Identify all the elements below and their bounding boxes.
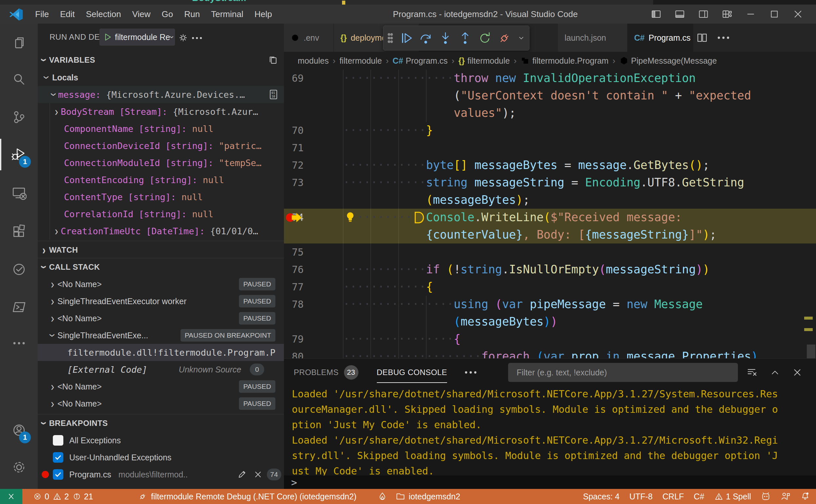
restart-button[interactable] xyxy=(478,31,492,45)
variable-row[interactable]: ›CreationTimeUtc [DateTime]: {01/01/0… xyxy=(38,222,284,240)
toggle-panel-button[interactable] xyxy=(670,5,690,24)
close-panel-icon[interactable] xyxy=(792,367,803,378)
variable-row[interactable]: CorrelationId [string]: null xyxy=(38,205,284,222)
menu-file[interactable]: File xyxy=(30,5,54,24)
more-actions-icon[interactable] xyxy=(717,35,730,40)
breakpoint-row[interactable]: All Exceptions xyxy=(38,432,284,449)
toggle-sidebar-button[interactable] xyxy=(646,5,666,24)
breadcrumb-item[interactable]: {}filtermodule xyxy=(459,56,510,66)
continue-button[interactable] xyxy=(399,31,413,45)
more-actions-icon[interactable] xyxy=(464,370,477,375)
callstack-frame[interactable]: ›SingleThreadEventExecutor workerPAUSED xyxy=(38,293,284,310)
callstack-frame[interactable]: filtermodule.dll!filtermodule.Program.P xyxy=(38,344,284,361)
debug-session-status[interactable]: filtermodule Remote Debug (.NET Core) (i… xyxy=(138,489,356,504)
notifications-bell-icon[interactable] xyxy=(800,492,810,501)
maximize-button[interactable] xyxy=(764,5,785,24)
menu-run[interactable]: Run xyxy=(178,5,205,24)
menu-edit[interactable]: Edit xyxy=(54,5,80,24)
tab-program-cs[interactable]: C#Program.cs✕ xyxy=(628,24,693,52)
tab-launch-json[interactable]: launch.json xyxy=(558,24,628,52)
variable-row[interactable]: ConnectionModuleId [string]: "tempSe… xyxy=(38,154,284,171)
step-over-button[interactable] xyxy=(419,31,433,45)
debug-options-chevron[interactable] xyxy=(517,34,525,42)
toggle-secondary-sidebar-button[interactable] xyxy=(693,5,714,24)
activitybar-source-control[interactable] xyxy=(0,101,38,134)
variable-row[interactable]: ›message: {Microsoft.Azure.Devices.…0110 xyxy=(38,86,284,103)
section-breakpoints[interactable]: ›BREAKPOINTS xyxy=(38,414,284,432)
status-spell-checker[interactable]: 1 Spell xyxy=(714,492,751,501)
lightbulb-icon[interactable] xyxy=(345,211,356,224)
menu-selection[interactable]: Selection xyxy=(80,5,127,24)
activitybar-accounts[interactable]: 1 xyxy=(0,414,38,447)
activitybar-more[interactable] xyxy=(0,327,38,360)
activitybar-terminal-box[interactable] xyxy=(0,291,38,324)
breadcrumb-item[interactable]: filtermodule xyxy=(339,56,382,66)
clear-console-icon[interactable] xyxy=(746,367,758,378)
customize-layout-button[interactable] xyxy=(717,5,737,24)
split-editor-icon[interactable] xyxy=(696,31,708,44)
callstack-frame[interactable]: ›<No Name>PAUSED xyxy=(38,395,284,412)
callstack-frame[interactable]: ›SingleThreadEventExe...PAUSED ON BREAKP… xyxy=(38,327,284,344)
callstack-frame[interactable]: [External Code]Unknown Source0 xyxy=(38,361,284,378)
feedback-icon[interactable] xyxy=(781,492,790,501)
activitybar-extensions[interactable] xyxy=(0,215,38,247)
activitybar-testing[interactable] xyxy=(0,253,38,286)
section-variables[interactable]: ›VARIABLES xyxy=(38,51,284,69)
callstack-frame[interactable]: ›<No Name>PAUSED xyxy=(38,276,284,293)
section-watch[interactable]: ›WATCH xyxy=(38,241,284,259)
activitybar-settings-gear[interactable] xyxy=(0,451,38,484)
minimize-button[interactable] xyxy=(741,5,761,24)
activitybar-files[interactable] xyxy=(0,26,38,59)
start-debug-icon[interactable] xyxy=(102,32,112,42)
callstack-frame[interactable]: ›<No Name>PAUSED xyxy=(38,378,284,395)
panel-tab-debug-console[interactable]: DEBUG CONSOLE xyxy=(377,359,448,386)
menu-help[interactable]: Help xyxy=(249,5,277,24)
breakpoint-row[interactable]: User-Unhandled Exceptions xyxy=(38,449,284,466)
variables-scope-row[interactable]: ›Locals xyxy=(38,69,284,86)
launch-config-dropdown[interactable]: filtermodule Re › xyxy=(99,29,175,46)
breakpoint-row[interactable]: Program.csmodules\filtermod...74 xyxy=(38,466,284,483)
debug-console-output[interactable]: Loaded '/usr/share/dotnet/shared/Microso… xyxy=(292,386,810,479)
step-out-button[interactable] xyxy=(458,31,472,45)
close-window-button[interactable] xyxy=(788,5,808,24)
debug-gear-icon[interactable] xyxy=(178,33,188,43)
breadcrumb-item[interactable]: C#Program.cs xyxy=(392,56,448,66)
breadcrumb-item[interactable]: PipeMessage(Message xyxy=(619,56,717,66)
menu-go[interactable]: Go xyxy=(156,5,179,24)
menu-terminal[interactable]: Terminal xyxy=(205,5,249,24)
code-editor[interactable]: 69················throw new InvalidOpera… xyxy=(284,70,816,360)
status-spaces-4[interactable]: Spaces: 4 xyxy=(583,492,619,501)
section-call-stack[interactable]: ›CALL STACK xyxy=(38,258,284,276)
variable-row[interactable]: ContentType [string]: null xyxy=(38,188,284,205)
disconnect-button[interactable] xyxy=(498,31,512,45)
menu-view[interactable]: View xyxy=(127,5,156,24)
debug-console-input[interactable]: > xyxy=(284,475,816,489)
status-c-[interactable]: C# xyxy=(694,492,704,501)
tab--env[interactable]: .env xyxy=(284,24,334,52)
problems-status[interactable]: 0 2 21 xyxy=(33,489,93,504)
console-filter-input[interactable]: Filter (e.g. text, !exclude) xyxy=(508,363,738,382)
variable-row[interactable]: ComponentName [string]: null xyxy=(38,120,284,137)
breadcrumb-item[interactable]: modules xyxy=(298,56,329,66)
breadcrumb-item[interactable]: filtermodule.Program xyxy=(521,56,609,66)
remote-indicator[interactable] xyxy=(0,489,22,504)
editor-scrollbar[interactable] xyxy=(807,345,815,360)
variable-row[interactable]: ContentEncoding [string]: null xyxy=(38,171,284,188)
pet-icon[interactable] xyxy=(761,492,771,501)
callstack-frame[interactable]: ›<No Name>PAUSED xyxy=(38,310,284,327)
panel-tab-problems[interactable]: PROBLEMS23 xyxy=(294,359,358,386)
variable-row[interactable]: ConnectionDeviceId [string]: "patric… xyxy=(38,137,284,154)
breakpoint-checkbox[interactable] xyxy=(53,452,63,463)
step-into-button[interactable] xyxy=(439,31,452,45)
variable-row[interactable]: ›BodyStream [Stream]: {Microsoft.Azur… xyxy=(38,103,284,120)
activitybar-run-debug[interactable]: 1 xyxy=(0,138,38,171)
remove-breakpoint-icon[interactable] xyxy=(253,470,263,479)
status-utf-8[interactable]: UTF-8 xyxy=(629,492,653,501)
flame-status[interactable] xyxy=(377,489,387,504)
activitybar-search[interactable] xyxy=(0,63,38,96)
copy-value-icon[interactable] xyxy=(267,54,279,66)
breakpoint-checkbox[interactable] xyxy=(53,435,63,446)
more-actions-icon[interactable] xyxy=(191,35,202,41)
breakpoint-checkbox[interactable] xyxy=(53,469,63,480)
view-binary-icon[interactable]: 0110 xyxy=(268,89,279,100)
